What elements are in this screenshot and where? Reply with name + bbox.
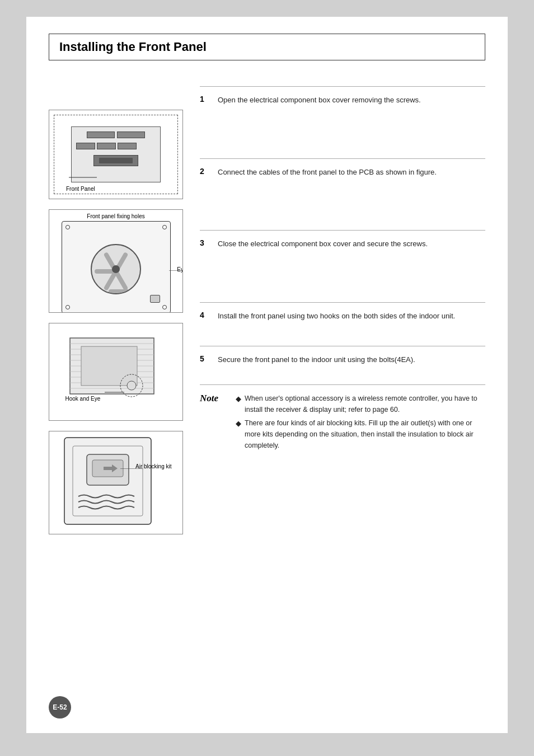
eye-arrow-svg bbox=[169, 270, 184, 271]
step-2-row: 2 Connect the cables of the front panel … bbox=[200, 158, 485, 186]
panel-open-view: Hook and Eye bbox=[64, 327, 168, 411]
diagram-1-inner: Front Panel bbox=[54, 115, 178, 194]
right-column: 1 Open the electrical component box cove… bbox=[200, 76, 485, 534]
air-kit-container: Air blocking kit bbox=[62, 435, 171, 530]
gap-2 bbox=[200, 185, 485, 230]
diagram-3: Hook and Eye bbox=[49, 323, 183, 421]
open-panel-body: Hook and Eye bbox=[64, 327, 160, 400]
air-blocking-label: Air blocking kit bbox=[135, 463, 171, 470]
hook-arrow bbox=[105, 389, 124, 395]
hole-br bbox=[162, 305, 167, 309]
note-bullet-1: When user's optional accessory is a wire… bbox=[236, 393, 485, 415]
diagram-4-inner: Air blocking kit bbox=[53, 435, 179, 530]
diagram-3-inner: Hook and Eye bbox=[53, 327, 179, 417]
hole-bl bbox=[65, 305, 70, 309]
diag2-label: Front panel fixing holes bbox=[53, 213, 179, 219]
page: Installing the Front Panel bbox=[26, 17, 508, 733]
page-badge: E-52 bbox=[49, 696, 71, 719]
diag1-front-panel-label: Front Panel bbox=[66, 186, 95, 192]
step-4-num: 4 bbox=[200, 311, 210, 320]
pcb-connectors bbox=[77, 132, 154, 138]
front-panel-label-container bbox=[69, 172, 102, 185]
conn-c bbox=[118, 143, 137, 149]
connector-1 bbox=[87, 132, 115, 138]
connector-2 bbox=[117, 132, 145, 138]
hook-label: Hook and Eye bbox=[65, 396, 101, 402]
step-4-text: Install the front panel using two hooks … bbox=[218, 311, 455, 322]
connector-row-2 bbox=[76, 143, 156, 149]
top-spacer bbox=[200, 76, 485, 86]
blade-1 bbox=[109, 289, 130, 294]
note-bullet-1-text: When user's optional accessory is a wire… bbox=[245, 393, 485, 415]
air-blocking-arrow bbox=[120, 468, 143, 469]
front-panel-arrow-svg bbox=[69, 172, 102, 183]
step-5-text: Secure the front panel to the indoor uni… bbox=[218, 354, 415, 365]
gap-3 bbox=[200, 257, 485, 302]
svg-point-14 bbox=[127, 381, 136, 390]
step-5-num: 5 bbox=[200, 354, 210, 363]
gap-5 bbox=[200, 373, 485, 384]
fan-unit: Eye bbox=[62, 221, 171, 313]
step-4-row: 4 Install the front panel using two hook… bbox=[200, 302, 485, 330]
step-2-text: Connect the cables of the front panel to… bbox=[218, 167, 437, 178]
title-box: Installing the Front Panel bbox=[49, 34, 485, 60]
step-1-num: 1 bbox=[200, 95, 210, 104]
panel-strip-bar bbox=[99, 158, 133, 163]
note-content: When user's optional accessory is a wire… bbox=[236, 393, 485, 453]
step-1-text: Open the electrical component box cover … bbox=[218, 95, 421, 106]
fan-circle bbox=[91, 244, 141, 294]
gap-4 bbox=[200, 329, 485, 346]
note-row: Note When user's optional accessory is a… bbox=[200, 384, 485, 461]
page-title: Installing the Front Panel bbox=[59, 40, 475, 54]
panel-strip-inner bbox=[93, 155, 138, 166]
content-area: Front Panel Front panel fixing holes bbox=[49, 76, 485, 534]
hole-tl bbox=[65, 225, 70, 229]
diagram-2: Front panel fixing holes bbox=[49, 209, 183, 313]
step-2-num: 2 bbox=[200, 167, 210, 176]
diagram-2-inner: Front panel fixing holes bbox=[53, 213, 179, 309]
component-br bbox=[150, 295, 160, 303]
note-bullet-2: There are four kinds of air blocking kit… bbox=[236, 417, 485, 451]
page-number: E-52 bbox=[53, 703, 67, 711]
open-panel-svg bbox=[64, 327, 160, 400]
air-kit-svg bbox=[62, 435, 171, 530]
svg-rect-12 bbox=[81, 346, 137, 386]
gap-1 bbox=[200, 114, 485, 158]
note-label: Note bbox=[200, 393, 228, 404]
diagram-4: Air blocking kit bbox=[49, 431, 183, 534]
step-3-row: 3 Close the electrical component box cov… bbox=[200, 230, 485, 257]
step-5-row: 5 Secure the front panel to the indoor u… bbox=[200, 346, 485, 373]
hole-tr bbox=[162, 225, 167, 229]
step-3-num: 3 bbox=[200, 238, 210, 247]
eye-label: Eye bbox=[177, 266, 183, 273]
pcb-board: Front Panel bbox=[71, 126, 161, 182]
step-3-text: Close the electrical component box cover… bbox=[218, 238, 428, 250]
panel-strip bbox=[93, 155, 138, 166]
conn-a bbox=[76, 143, 95, 149]
step-1-row: 1 Open the electrical component box cove… bbox=[200, 86, 485, 114]
note-bullet-2-text: There are four kinds of air blocking kit… bbox=[245, 417, 485, 451]
left-column: Front Panel Front panel fixing holes bbox=[49, 110, 183, 534]
conn-b bbox=[97, 143, 116, 149]
diagram-1: Front Panel bbox=[49, 110, 183, 199]
fan-center-dot bbox=[112, 265, 120, 273]
